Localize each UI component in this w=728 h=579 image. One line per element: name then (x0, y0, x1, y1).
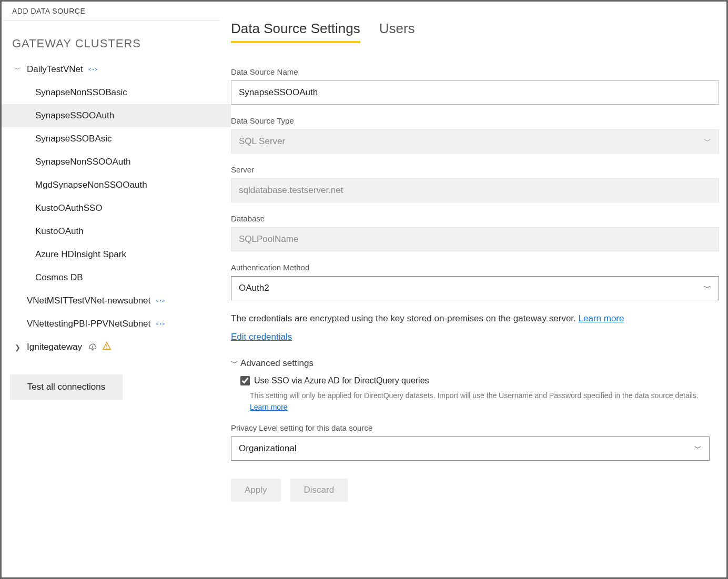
cluster-label: Ignitegateway (27, 342, 82, 352)
server-input-readonly: sqldatabase.testserver.net (231, 178, 719, 202)
tab-users[interactable]: Users (379, 21, 415, 43)
privacy-level-select[interactable]: Organizational ﹀ (231, 436, 710, 461)
privacy-level-label: Privacy Level setting for this data sour… (231, 423, 719, 432)
data-source-item[interactable]: SynapseNonSSOBasic (2, 81, 231, 104)
sso-checkbox-row[interactable]: Use SSO via Azure AD for DirectQuery que… (240, 376, 719, 385)
svg-text:<: < (88, 67, 91, 72)
chevron-down-icon: ﹀ (704, 283, 711, 293)
database-input-readonly: SQLPoolName (231, 227, 719, 251)
auth-method-label: Authentication Method (231, 263, 719, 272)
data-source-name-label: Data Source Name (231, 67, 719, 76)
vnet-icon: <> (156, 320, 165, 328)
sidebar: ADD DATA SOURCE GATEWAY CLUSTERS ﹀DailyT… (2, 2, 231, 577)
advanced-settings-body: Use SSO via Azure AD for DirectQuery que… (231, 376, 719, 502)
edit-credentials-link[interactable]: Edit credentials (231, 332, 292, 342)
apply-button[interactable]: Apply (231, 479, 281, 502)
gateway-tree: ﹀DailyTestVNet<>SynapseNonSSOBasicSynaps… (2, 56, 231, 359)
data-source-item[interactable]: SynapseNonSSOOAuth (2, 150, 231, 174)
auth-method-select[interactable]: OAuth2 ﹀ (231, 276, 719, 300)
discard-button[interactable]: Discard (290, 479, 348, 502)
data-source-item[interactable]: KustoOAuthSSO (2, 197, 231, 220)
database-value: SQLPoolName (239, 234, 298, 245)
svg-point-1 (93, 69, 94, 70)
cluster-row[interactable]: ﹀DailyTestVNet<> (2, 58, 231, 81)
data-source-item[interactable]: Cosmos DB (2, 266, 231, 289)
sso-learn-more-link[interactable]: Learn more (250, 403, 288, 411)
cluster-row[interactable]: VNetMSITTestVNet-newsubnet<> (2, 289, 231, 312)
server-label: Server (231, 165, 719, 174)
chevron-down-icon: ﹀ (231, 359, 238, 368)
svg-text:<: < (156, 298, 158, 303)
warning-icon (98, 341, 112, 353)
svg-point-7 (160, 323, 161, 324)
cluster-label: VNettestingPBI-PPVNetSubnet (27, 319, 150, 329)
main-panel: Data Source Settings Users Data Source N… (231, 2, 726, 577)
svg-point-4 (160, 300, 161, 301)
credentials-note: The credentials are encrypted using the … (231, 312, 719, 326)
vnet-icon: <> (88, 66, 98, 73)
cluster-label: DailyTestVNet (27, 64, 83, 75)
svg-text:>: > (95, 67, 97, 72)
svg-text:>: > (162, 298, 165, 303)
data-source-type-label: Data Source Type (231, 116, 719, 125)
svg-point-10 (106, 348, 107, 349)
data-source-item[interactable]: Azure HDInsight Spark (2, 243, 231, 266)
data-source-type-select: SQL Server ﹀ (231, 129, 719, 154)
data-source-item[interactable]: SynapseSSOOAuth (2, 104, 231, 127)
tab-data-source-settings[interactable]: Data Source Settings (231, 21, 360, 43)
sso-checkbox[interactable] (240, 376, 250, 385)
privacy-level-value: Organizational (239, 443, 297, 454)
cluster-label: VNetMSITTestVNet-newsubnet (27, 296, 150, 306)
gateway-clusters-heading: GATEWAY CLUSTERS (2, 21, 231, 56)
data-source-type-value: SQL Server (239, 136, 285, 147)
data-source-form: Data Source Name Data Source Type SQL Se… (231, 43, 726, 502)
chevron-down-icon[interactable]: ﹀ (12, 65, 23, 74)
tab-bar: Data Source Settings Users (231, 21, 726, 43)
advanced-settings-label: Advanced settings (240, 358, 314, 369)
svg-text:<: < (156, 321, 158, 327)
data-source-item[interactable]: MgdSynapseNonSSOOauth (2, 174, 231, 197)
sso-description: This setting will only be applied for Di… (240, 390, 719, 413)
data-source-item[interactable]: KustoOAuth (2, 220, 231, 243)
cluster-row[interactable]: ❯Ignitegateway (2, 336, 231, 359)
svg-text:>: > (162, 321, 165, 327)
cluster-row[interactable]: VNettestingPBI-PPVNetSubnet<> (2, 312, 231, 336)
cloud-icon (87, 343, 98, 351)
chevron-down-icon: ﹀ (704, 137, 711, 146)
chevron-down-icon: ﹀ (694, 444, 702, 453)
auth-method-value: OAuth2 (239, 283, 269, 293)
vnet-icon: <> (156, 297, 165, 304)
server-value: sqldatabase.testserver.net (239, 185, 343, 196)
data-source-name-input[interactable] (231, 80, 719, 105)
advanced-settings-toggle[interactable]: ﹀ Advanced settings (231, 358, 719, 369)
test-all-connections-button[interactable]: Test all connections (10, 374, 123, 400)
chevron-right-icon[interactable]: ❯ (12, 343, 23, 351)
add-data-source-link[interactable]: ADD DATA SOURCE (4, 5, 219, 21)
data-source-item[interactable]: SynapseSSOBAsic (2, 127, 231, 150)
sso-checkbox-label: Use SSO via Azure AD for DirectQuery que… (254, 376, 429, 385)
learn-more-link[interactable]: Learn more (579, 313, 624, 323)
database-label: Database (231, 214, 719, 223)
